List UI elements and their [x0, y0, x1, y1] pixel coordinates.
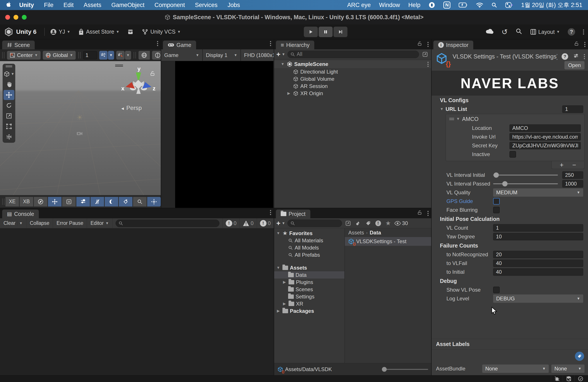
help-icon[interactable]: ? [568, 28, 575, 36]
foldout-arrow[interactable]: ▼ [280, 62, 285, 66]
info-count-badge[interactable]: !0 [222, 218, 239, 228]
menu-window[interactable]: Window [379, 2, 400, 8]
tab-project[interactable]: Project [276, 210, 310, 218]
foldout-arrow[interactable]: ▶ [286, 91, 291, 96]
to-vlfail-field[interactable] [493, 260, 583, 267]
toolstrip-drag-handle[interactable] [6, 66, 12, 67]
search-by-type-icon[interactable] [354, 220, 362, 227]
gizmo-move-button[interactable] [48, 197, 62, 206]
to-notrecognized-field[interactable] [493, 251, 583, 258]
scene-light-button[interactable] [152, 51, 161, 60]
hierarchy-row[interactable]: AR Session [274, 83, 431, 90]
tools-button[interactable] [62, 197, 76, 206]
move-tool[interactable] [3, 90, 14, 100]
menu-help[interactable]: Help [408, 2, 420, 8]
folder-row-data[interactable]: Data [274, 271, 344, 279]
account-dropdown[interactable]: YJ▼ [50, 28, 70, 35]
visible-count[interactable]: 30 [394, 220, 408, 226]
secret-key-field[interactable] [509, 142, 581, 149]
foldout-arrow[interactable]: ▼ [440, 107, 446, 111]
assets-root[interactable]: ▼ Assets [274, 264, 344, 271]
tab-game[interactable]: Game [163, 41, 196, 49]
tab-inspector[interactable]: i Inspector [433, 41, 473, 49]
layout-dropdown[interactable]: Layout▼ [530, 29, 560, 35]
vl-interval-passed-slider[interactable] [493, 183, 558, 184]
face-blurring-checkbox[interactable] [493, 207, 500, 213]
cloud-icon[interactable] [485, 28, 494, 36]
scene-row-more-icon[interactable] [427, 62, 429, 67]
project-search-input[interactable] [288, 220, 342, 227]
scale-tool[interactable] [3, 111, 14, 121]
component-more-icon[interactable] [584, 54, 585, 59]
snap-settings-button[interactable] [116, 51, 125, 60]
xb-button[interactable]: XB [20, 197, 33, 206]
scene-camera-button[interactable] [139, 51, 150, 60]
asset-row-vlsdksettings[interactable]: {} VLSDKSettings - Test [345, 237, 431, 246]
package-manager-icon[interactable] [127, 29, 134, 35]
menu-jobs[interactable]: Jobs [228, 2, 240, 8]
battery-icon[interactable] [459, 2, 468, 8]
tab-scene[interactable]: Scene [2, 41, 35, 49]
error-pause-button[interactable]: Error Pause [53, 218, 87, 228]
toolbar-more-icon[interactable] [583, 29, 584, 34]
console-search-input[interactable] [116, 220, 219, 227]
menu-component[interactable]: Component [154, 2, 185, 8]
collapse-button[interactable]: Collapse [26, 218, 53, 228]
presets-icon[interactable] [573, 53, 579, 60]
close-window-button[interactable] [5, 15, 10, 20]
projection-label[interactable]: ◄ Persp [120, 105, 142, 112]
menu-arc-eye[interactable]: ARC eye [347, 2, 371, 8]
tab-console[interactable]: ▤ Console [2, 210, 39, 218]
folder-row[interactable]: Settings [274, 293, 344, 300]
minimize-window-button[interactable] [14, 15, 18, 20]
transform-tool[interactable] [3, 132, 14, 142]
breadcrumb-data[interactable]: Data [370, 230, 381, 236]
spotlight-search-icon[interactable] [491, 2, 497, 8]
scene-more-icon[interactable] [157, 41, 158, 46]
vl-interval-initial-field[interactable] [562, 171, 583, 179]
debugger-detach-icon[interactable] [551, 376, 563, 382]
xe-button[interactable]: XE [5, 197, 19, 206]
vl-interval-initial-slider[interactable] [493, 175, 558, 176]
assetbundle-dropdown[interactable]: None▼ [482, 364, 549, 373]
remove-url-button[interactable]: − [572, 161, 576, 169]
project-more-icon[interactable] [427, 211, 429, 216]
menu-gameobject[interactable]: GameObject [111, 2, 145, 8]
menu-file[interactable]: File [44, 2, 54, 8]
to-initial-field[interactable] [493, 268, 583, 276]
hierarchy-row[interactable]: Directional Light [274, 68, 431, 75]
menu-assets[interactable]: Assets [84, 2, 101, 8]
packages-root[interactable]: ▶ Packages [274, 307, 344, 315]
center-view-button[interactable] [147, 197, 161, 206]
inspector-lock-icon[interactable] [574, 41, 579, 47]
check-status-icon[interactable] [574, 376, 586, 382]
console-log-area[interactable] [0, 228, 274, 375]
vl-interval-passed-field[interactable] [562, 180, 583, 187]
shading-button[interactable] [90, 197, 104, 206]
hierarchy-more-icon[interactable] [427, 42, 429, 47]
pause-button[interactable] [319, 27, 333, 37]
yaw-degree-field[interactable] [493, 233, 583, 240]
hierarchy-add-button[interactable]: +▼ [276, 50, 285, 58]
menu-services[interactable]: Services [195, 2, 218, 8]
camera-gizmo-icon[interactable] [76, 131, 83, 137]
invoke-url-field[interactable] [509, 133, 581, 141]
clear-button[interactable]: Clear ▼ [0, 218, 26, 228]
location-field[interactable] [509, 124, 581, 132]
directional-light-gizmo-icon[interactable]: ☀ [76, 113, 83, 122]
search-icon[interactable] [516, 28, 522, 36]
warning-count-badge[interactable]: 0 [239, 218, 256, 228]
vl-quality-dropdown[interactable]: MEDIUM▼ [493, 188, 583, 197]
mixer-button[interactable] [76, 197, 90, 206]
assetbundle-variant-dropdown[interactable]: None▼ [551, 364, 585, 373]
console-more-icon[interactable] [270, 210, 271, 215]
hierarchy-expand-icon[interactable] [421, 51, 429, 58]
search-by-label-icon[interactable] [364, 220, 372, 227]
inactive-checkbox[interactable] [509, 151, 516, 157]
resolution-dropdown[interactable]: FHD (1080x19 [241, 49, 274, 61]
open-button[interactable]: Open [565, 61, 585, 69]
url-item-header[interactable]: ▼ AMCO [446, 114, 584, 124]
zoom-window-button[interactable] [22, 15, 27, 20]
snap-settings-caret[interactable]: ▼ [125, 51, 131, 60]
step-button[interactable] [334, 27, 347, 37]
